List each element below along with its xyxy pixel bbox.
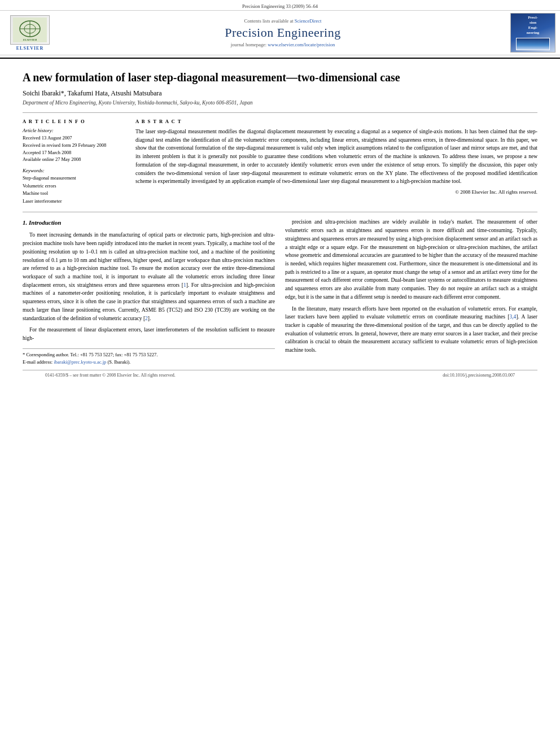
body-para-r1: precision and ultra-precision machines a… <box>285 218 537 301</box>
journal-main-title: Precision Engineering <box>55 25 510 40</box>
body-text: 1. Introduction To meet increasing deman… <box>23 212 537 365</box>
available-date: Available online 27 May 2008 <box>23 156 124 163</box>
body-right-col: precision and ultra-precision machines a… <box>285 218 537 365</box>
journal-title-center: Contents lists available at ScienceDirec… <box>55 18 510 47</box>
keywords-title: Keywords: <box>23 168 124 173</box>
abstract-label: A B S T R A C T <box>135 119 537 124</box>
keywords-section: Keywords: Step-diagonal measurement Volu… <box>23 168 124 205</box>
revised-date: Received in revised form 29 February 200… <box>23 142 124 149</box>
journal-homepage: journal homepage: www.elsevier.com/locat… <box>55 42 510 47</box>
sciencedirect-link[interactable]: ScienceDirect <box>295 18 322 24</box>
accepted-date: Accepted 17 March 2008 <box>23 149 124 156</box>
received-date: Received 13 August 2007 <box>23 134 124 142</box>
footer-bar: 0141-6359/$ – see front matter © 2008 El… <box>23 370 537 380</box>
footnote-email-link[interactable]: ibaraki@prec.kyoto-u.ac.jp <box>54 359 106 365</box>
body-para-2: For the measurement of linear displaceme… <box>23 326 275 342</box>
journal-header: Precision Engineering 33 (2009) 56–64 EL… <box>0 0 560 59</box>
elsevier-label: ELSEVIER <box>16 46 43 51</box>
keyword-4: Laser interferometer <box>23 198 124 206</box>
section1-heading: 1. Introduction <box>23 218 275 228</box>
paper-affiliation: Department of Micro Engineering, Kyoto U… <box>23 100 537 106</box>
elsevier-logo-image: ELSEVIER <box>10 15 50 45</box>
keyword-3: Machine tool <box>23 190 124 198</box>
article-history: Article history: Received 13 August 2007… <box>23 128 124 163</box>
journal-citation: Precision Engineering 33 (2009) 56–64 <box>0 3 560 10</box>
history-title: Article history: <box>23 128 124 133</box>
footnote-email: E-mail address: ibaraki@prec.kyoto-u.ac.… <box>23 359 275 366</box>
homepage-link[interactable]: www.elsevier.com/locate/precision <box>268 42 335 47</box>
journal-cover-image: Preci- sion Engi- neering <box>510 13 555 53</box>
keyword-1: Step-diagonal measurement <box>23 174 124 182</box>
journal-top-bar: ELSEVIER ELSEVIER Contents lists availab… <box>0 10 560 55</box>
footer-issn: 0141-6359/$ – see front matter © 2008 El… <box>45 373 176 378</box>
elsevier-logo: ELSEVIER ELSEVIER <box>5 15 55 51</box>
footnote-area: * Corresponding author. Tel.: +81 75 753… <box>23 348 275 366</box>
footnote-star: * Corresponding author. Tel.: +81 75 753… <box>23 351 275 359</box>
body-left-col: 1. Introduction To meet increasing deman… <box>23 218 275 365</box>
paper-title: A new formulation of laser step-diagonal… <box>23 70 537 85</box>
paper-authors: Soichi Ibaraki*, Takafumi Hata, Atsushi … <box>23 89 537 98</box>
body-para-r2: In the literature, many research efforts… <box>285 305 537 355</box>
keyword-2: Volumetric errors <box>23 182 124 190</box>
article-info-label: A R T I C L E I N F O <box>23 119 124 124</box>
abstract-text: The laser step-diagonal measurement modi… <box>135 128 537 186</box>
article-info-column: A R T I C L E I N F O Article history: R… <box>23 119 124 205</box>
paper-content: A new formulation of laser step-diagonal… <box>0 59 560 386</box>
sciencedirect-line: Contents lists available at ScienceDirec… <box>55 18 510 24</box>
citation-text: Precision Engineering 33 (2009) 56–64 <box>242 3 318 9</box>
body-para-1: To meet increasing demands in the manufa… <box>23 231 275 322</box>
copyright-line: © 2008 Elsevier Inc. All rights reserved… <box>135 189 537 195</box>
svg-text:ELSEVIER: ELSEVIER <box>23 38 37 41</box>
footer-doi: doi:10.1016/j.precisioneng.2008.03.007 <box>443 373 515 378</box>
paper-info-abstract: A R T I C L E I N F O Article history: R… <box>23 112 537 205</box>
abstract-column: A B S T R A C T The laser step-diagonal … <box>135 119 537 205</box>
